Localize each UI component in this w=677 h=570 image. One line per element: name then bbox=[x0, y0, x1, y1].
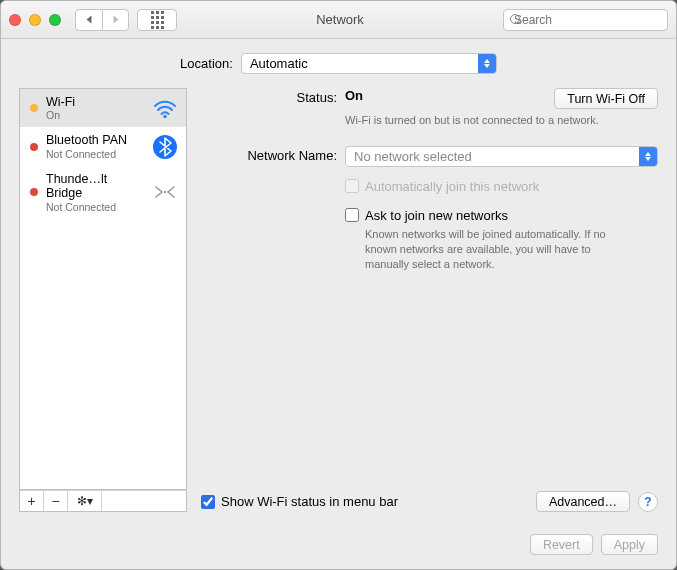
service-row-thunderbolt-bridge[interactable]: Thunde…lt Bridge Not Connected bbox=[20, 166, 186, 219]
network-name-row: Network Name: No network selected bbox=[201, 146, 658, 167]
apply-button[interactable]: Apply bbox=[601, 534, 658, 555]
bridge-icon bbox=[150, 183, 180, 201]
service-status: On bbox=[46, 109, 142, 121]
show-status-checkbox[interactable]: Show Wi-Fi status in menu bar bbox=[201, 494, 398, 509]
services-list-footer: + − ✻▾ bbox=[19, 490, 187, 512]
search-input[interactable] bbox=[514, 13, 664, 27]
service-status: Not Connected bbox=[46, 148, 142, 160]
status-description: Wi-Fi is turned on but is not connected … bbox=[345, 113, 605, 128]
show-status-label: Show Wi-Fi status in menu bar bbox=[221, 494, 398, 509]
show-all-button[interactable] bbox=[137, 9, 177, 31]
network-name-value: No network selected bbox=[354, 149, 472, 164]
detail-pane: Status: On Turn Wi-Fi Off Wi-Fi is turne… bbox=[201, 88, 658, 512]
service-name: Wi-Fi bbox=[46, 95, 142, 109]
bottom-buttons: Revert Apply bbox=[19, 534, 658, 555]
service-status: Not Connected bbox=[46, 201, 142, 213]
network-name-select[interactable]: No network selected bbox=[345, 146, 658, 167]
traffic-lights bbox=[9, 14, 61, 26]
bluetooth-icon bbox=[150, 134, 180, 160]
network-prefs-window: Network Location: Automatic Wi-Fi O bbox=[0, 0, 677, 570]
auto-join-label: Automatically join this network bbox=[365, 179, 539, 194]
advanced-button[interactable]: Advanced… bbox=[536, 491, 630, 512]
select-arrows-icon bbox=[639, 147, 657, 166]
close-window-button[interactable] bbox=[9, 14, 21, 26]
service-row-bluetooth[interactable]: Bluetooth PAN Not Connected bbox=[20, 127, 186, 165]
services-sidebar: Wi-Fi On Bluetooth PAN Not Connected bbox=[19, 88, 187, 512]
status-label: Status: bbox=[201, 88, 337, 109]
help-button[interactable]: ? bbox=[638, 492, 658, 512]
content: Location: Automatic Wi-Fi On bbox=[1, 39, 676, 569]
svg-point-0 bbox=[163, 115, 166, 118]
location-value: Automatic bbox=[250, 56, 308, 71]
turn-wifi-off-button[interactable]: Turn Wi-Fi Off bbox=[554, 88, 658, 109]
services-list[interactable]: Wi-Fi On Bluetooth PAN Not Connected bbox=[19, 88, 187, 490]
wifi-icon bbox=[150, 98, 180, 118]
service-row-wifi[interactable]: Wi-Fi On bbox=[20, 89, 186, 127]
add-service-button[interactable]: + bbox=[20, 491, 44, 511]
nav-segmented bbox=[75, 9, 129, 31]
service-actions-button[interactable]: ✻▾ bbox=[68, 491, 102, 511]
status-dot bbox=[30, 188, 38, 196]
ask-to-join-label: Ask to join new networks bbox=[365, 208, 508, 223]
status-dot bbox=[30, 104, 38, 112]
window-title: Network bbox=[185, 12, 495, 27]
remove-service-button[interactable]: − bbox=[44, 491, 68, 511]
zoom-window-button[interactable] bbox=[49, 14, 61, 26]
ask-to-join-desc: Known networks will be joined automatica… bbox=[365, 227, 625, 272]
body: Wi-Fi On Bluetooth PAN Not Connected bbox=[19, 88, 658, 512]
location-label: Location: bbox=[180, 56, 233, 71]
service-name: Bluetooth PAN bbox=[46, 133, 142, 147]
auto-join-checkbox: Automatically join this network bbox=[345, 179, 658, 194]
chevron-left-icon bbox=[87, 16, 92, 24]
service-name: Thunde…lt Bridge bbox=[46, 172, 142, 201]
back-button[interactable] bbox=[76, 10, 102, 30]
status-value: On bbox=[345, 88, 363, 103]
svg-point-2 bbox=[164, 191, 166, 193]
detail-footer: Show Wi-Fi status in menu bar Advanced… … bbox=[201, 483, 658, 512]
select-arrows-icon bbox=[478, 54, 496, 73]
location-row: Location: Automatic bbox=[19, 53, 658, 74]
network-name-label: Network Name: bbox=[201, 146, 337, 167]
titlebar: Network bbox=[1, 1, 676, 39]
status-dot bbox=[30, 143, 38, 151]
status-row: Status: On Turn Wi-Fi Off bbox=[201, 88, 658, 109]
gear-icon: ✻▾ bbox=[77, 494, 93, 508]
chevron-right-icon bbox=[113, 16, 118, 24]
forward-button[interactable] bbox=[102, 10, 128, 30]
search-field[interactable] bbox=[503, 9, 668, 31]
grid-icon bbox=[151, 11, 164, 29]
minimize-window-button[interactable] bbox=[29, 14, 41, 26]
ask-to-join-checkbox[interactable]: Ask to join new networks bbox=[345, 208, 658, 223]
location-select[interactable]: Automatic bbox=[241, 53, 497, 74]
revert-button[interactable]: Revert bbox=[530, 534, 593, 555]
